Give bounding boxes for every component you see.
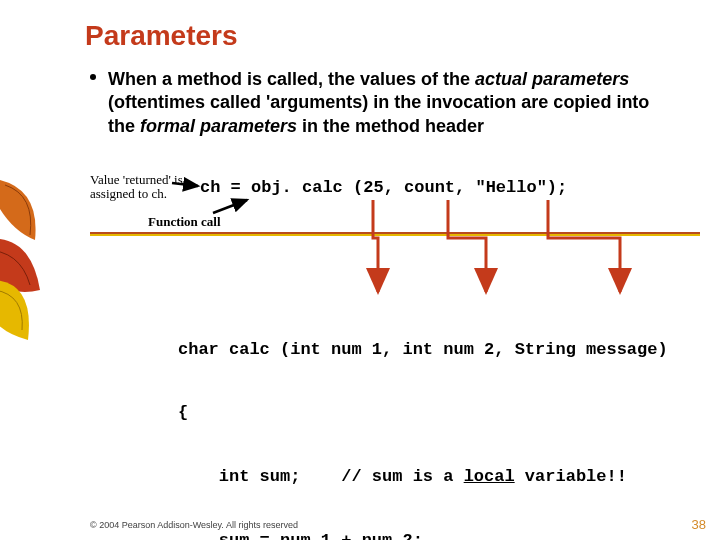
annotation-function-call: Function call: [148, 214, 221, 230]
code-definition: char calc (int num 1, int num 2, String …: [178, 296, 668, 540]
footer-page-number: 38: [692, 517, 706, 532]
bullet-em-actual: actual parameters: [475, 69, 629, 89]
slide-title: Parameters: [85, 20, 238, 52]
code-invocation: ch = obj. calc (25, count, "Hello");: [200, 178, 567, 197]
bullet-em-formal: formal parameters: [140, 116, 297, 136]
bullet-text-post: in the method header: [297, 116, 484, 136]
underline-local: local: [464, 467, 515, 486]
svg-line-1: [213, 200, 247, 213]
code-line-open-brace: {: [178, 402, 668, 423]
bullet-text-pre: When a method is called, the values of t…: [108, 69, 475, 89]
annotation-returned-line2: assigned to ch.: [90, 187, 183, 201]
divider-line: [90, 232, 700, 236]
bullet-dot: [90, 74, 96, 80]
bullet-paragraph: When a method is called, the values of t…: [108, 68, 678, 138]
annotation-returned: Value 'returned' is assigned to ch.: [90, 173, 183, 202]
code-line-signature: char calc (int num 1, int num 2, String …: [178, 339, 668, 360]
code-line-local: int sum; // sum is a local variable!!: [178, 466, 668, 487]
code-line-sum: sum = num 1 + num 2;: [178, 530, 668, 540]
footer-copyright: © 2004 Pearson Addison-Wesley. All right…: [90, 520, 298, 530]
annotation-returned-line1: Value 'returned' is: [90, 173, 183, 187]
leaf-decoration: [0, 170, 70, 350]
